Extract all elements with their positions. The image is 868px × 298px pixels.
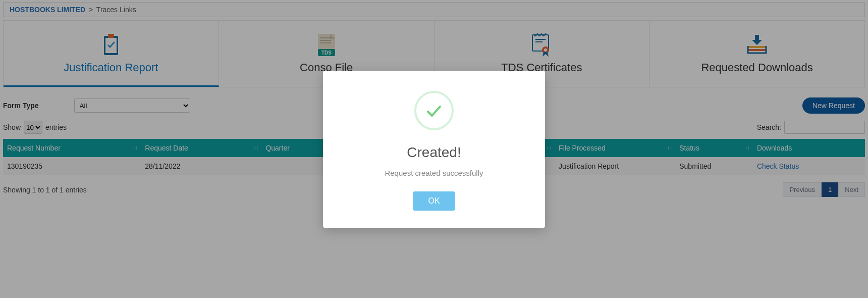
modal-overlay[interactable]: Created! Request created successfully OK (0, 0, 868, 298)
modal-message: Request created successfully (333, 169, 535, 177)
check-circle-icon (414, 91, 454, 130)
success-modal: Created! Request created successfully OK (323, 71, 545, 228)
modal-title: Created! (333, 144, 535, 161)
modal-ok-button[interactable]: OK (413, 191, 455, 211)
